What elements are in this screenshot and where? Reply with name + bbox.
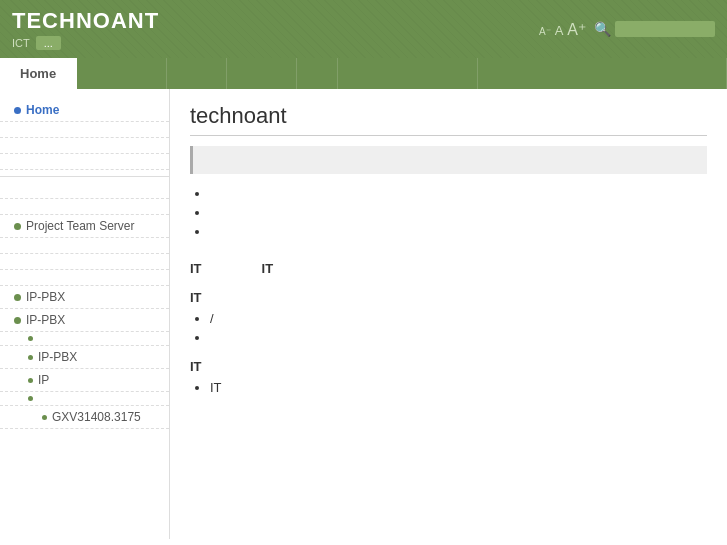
bullet-empty-icon-5 bbox=[14, 203, 21, 210]
navbar: Home bbox=[0, 58, 727, 89]
sidebar-sub-item-ip[interactable]: IP bbox=[0, 369, 169, 392]
bullet-green-icon-5 bbox=[28, 355, 33, 360]
sidebar-label-ippbx-1: IP-PBX bbox=[26, 290, 65, 304]
sidebar-sub-item-1[interactable] bbox=[0, 332, 169, 346]
content-bullet-section bbox=[190, 186, 707, 239]
content-title: technoant bbox=[190, 103, 707, 136]
search-area: 🔍 bbox=[594, 21, 715, 37]
bullet-icon bbox=[14, 107, 21, 114]
section1-item-1: / bbox=[210, 311, 707, 326]
font-normal-button[interactable]: A bbox=[555, 23, 564, 38]
header-sub-tag: ... bbox=[36, 36, 61, 50]
nav-item-5[interactable] bbox=[338, 58, 478, 89]
content-area: technoant IT IT IT / IT bbox=[170, 89, 727, 539]
bullet-empty-icon-3 bbox=[14, 158, 21, 165]
section1-list: / bbox=[190, 311, 707, 345]
sidebar-item-home[interactable]: Home bbox=[0, 99, 169, 122]
search-input[interactable] bbox=[615, 21, 715, 37]
sidebar-item-7[interactable] bbox=[0, 254, 169, 270]
nav-item-2[interactable] bbox=[167, 58, 227, 89]
bullet-green-icon-8 bbox=[42, 415, 47, 420]
sidebar-item-2[interactable] bbox=[0, 138, 169, 154]
bullet-empty-icon bbox=[14, 126, 21, 133]
sidebar-sub-label-ip: IP bbox=[38, 373, 49, 387]
nav-item-1[interactable] bbox=[77, 58, 167, 89]
sidebar-item-project-team-server[interactable]: Project Team Server bbox=[0, 215, 169, 238]
section1-heading-left: IT bbox=[190, 261, 202, 276]
font-smaller-button[interactable]: A⁻ bbox=[539, 26, 551, 37]
bullet-green-icon-6 bbox=[28, 378, 33, 383]
sidebar-item-8[interactable] bbox=[0, 270, 169, 286]
sidebar-sub-sub-item-gxv[interactable]: GXV31408.3175 bbox=[0, 406, 169, 429]
bullet-empty-icon-8 bbox=[14, 274, 21, 281]
header-right: A⁻ A A⁺ 🔍 bbox=[539, 20, 715, 39]
font-size-controls: A⁻ A A⁺ bbox=[539, 20, 586, 39]
bullet-green-icon bbox=[14, 223, 21, 230]
bullet-green-icon-2 bbox=[14, 294, 21, 301]
site-logo: TECHNOANT bbox=[12, 8, 159, 34]
search-icon[interactable]: 🔍 bbox=[594, 21, 611, 37]
nav-item-4[interactable] bbox=[297, 58, 338, 89]
sidebar-label-home: Home bbox=[26, 103, 59, 117]
section1-heading2: IT bbox=[190, 290, 707, 305]
section1-heading-row: IT IT bbox=[190, 253, 707, 282]
nav-item-6[interactable] bbox=[478, 58, 727, 89]
list-item-1 bbox=[210, 186, 707, 201]
sidebar-label-project-team-server: Project Team Server bbox=[26, 219, 135, 233]
main-layout: Home Project Team Server bbox=[0, 89, 727, 539]
section1-heading-right: IT bbox=[262, 261, 274, 276]
header: TECHNOANT ICT ... A⁻ A A⁺ 🔍 bbox=[0, 0, 727, 58]
sidebar-sub-item-ippbx[interactable]: IP-PBX bbox=[0, 346, 169, 369]
sidebar-item-5[interactable] bbox=[0, 199, 169, 215]
font-larger-button[interactable]: A⁺ bbox=[567, 20, 586, 39]
section1-sub-list: / bbox=[210, 311, 707, 345]
list-item-2 bbox=[210, 205, 707, 220]
bullet-green-icon-7 bbox=[28, 396, 33, 401]
content-bullet-list-1 bbox=[210, 186, 707, 239]
sidebar-label-ippbx-2: IP-PBX bbox=[26, 313, 65, 327]
content-highlight-bar bbox=[190, 146, 707, 174]
sidebar-item-1[interactable] bbox=[0, 122, 169, 138]
nav-item-home[interactable]: Home bbox=[0, 58, 77, 89]
header-left: TECHNOANT ICT ... bbox=[12, 8, 159, 50]
section2-list: IT bbox=[190, 380, 707, 395]
header-subtitle: ICT ... bbox=[12, 36, 159, 50]
section2-item-1: IT bbox=[210, 380, 707, 395]
nav-item-3[interactable] bbox=[227, 58, 297, 89]
sidebar-item-3[interactable] bbox=[0, 154, 169, 170]
list-item-3 bbox=[210, 224, 707, 239]
sidebar-item-ippbx-1[interactable]: IP-PBX bbox=[0, 286, 169, 309]
bullet-empty-icon-2 bbox=[14, 142, 21, 149]
sidebar-item-6[interactable] bbox=[0, 238, 169, 254]
sidebar-sub-sub-label-gxv: GXV31408.3175 bbox=[52, 410, 141, 424]
bullet-green-icon-4 bbox=[28, 336, 33, 341]
header-sub-label: ICT bbox=[12, 37, 30, 49]
bullet-green-icon-3 bbox=[14, 317, 21, 324]
sidebar: Home Project Team Server bbox=[0, 89, 170, 539]
sidebar-sub-item-3[interactable] bbox=[0, 392, 169, 406]
sidebar-sub-label-ippbx: IP-PBX bbox=[38, 350, 77, 364]
bullet-empty-icon-4 bbox=[14, 187, 21, 194]
section2-heading: IT bbox=[190, 359, 707, 374]
section2-sub-list: IT bbox=[210, 380, 707, 395]
bullet-empty-icon-6 bbox=[14, 242, 21, 249]
bullet-empty-icon-7 bbox=[14, 258, 21, 265]
sidebar-divider-1 bbox=[0, 176, 169, 177]
section1-item-2 bbox=[210, 330, 707, 345]
sidebar-item-ippbx-2[interactable]: IP-PBX bbox=[0, 309, 169, 332]
sidebar-item-4[interactable] bbox=[0, 183, 169, 199]
